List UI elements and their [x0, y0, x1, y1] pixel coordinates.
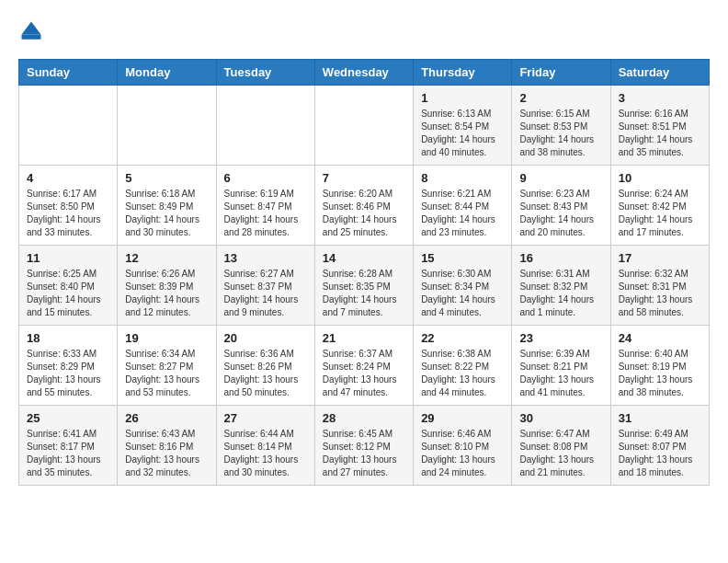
- day-number: 28: [323, 411, 405, 425]
- day-number: 12: [125, 251, 208, 265]
- day-number: 29: [421, 411, 504, 425]
- day-info: Sunrise: 6:31 AM Sunset: 8:32 PM Dayligh…: [519, 268, 602, 319]
- calendar-day-cell: 5Sunrise: 6:18 AM Sunset: 8:49 PM Daylig…: [118, 166, 216, 246]
- calendar-day-cell: 22Sunrise: 6:38 AM Sunset: 8:22 PM Dayli…: [414, 326, 512, 406]
- day-number: 3: [619, 91, 701, 105]
- day-number: 15: [421, 251, 504, 265]
- calendar-day-cell: [314, 86, 413, 166]
- calendar-day-cell: 27Sunrise: 6:44 AM Sunset: 8:14 PM Dayli…: [216, 406, 314, 486]
- calendar-day-cell: [118, 86, 216, 166]
- day-number: 27: [224, 411, 307, 425]
- day-info: Sunrise: 6:26 AM Sunset: 8:39 PM Dayligh…: [125, 268, 208, 319]
- day-info: Sunrise: 6:13 AM Sunset: 8:54 PM Dayligh…: [421, 108, 504, 159]
- calendar-day-cell: 18Sunrise: 6:33 AM Sunset: 8:29 PM Dayli…: [19, 326, 118, 406]
- day-number: 11: [27, 251, 109, 265]
- weekday-header: Sunday: [19, 60, 118, 86]
- day-info: Sunrise: 6:30 AM Sunset: 8:34 PM Dayligh…: [421, 268, 504, 319]
- day-info: Sunrise: 6:45 AM Sunset: 8:12 PM Dayligh…: [323, 428, 405, 479]
- day-number: 13: [224, 251, 307, 265]
- day-info: Sunrise: 6:24 AM Sunset: 8:42 PM Dayligh…: [619, 188, 701, 239]
- day-number: 18: [27, 331, 109, 345]
- calendar-week-row: 11Sunrise: 6:25 AM Sunset: 8:40 PM Dayli…: [19, 246, 710, 326]
- weekday-header: Friday: [512, 60, 610, 86]
- weekday-header: Monday: [118, 60, 216, 86]
- day-number: 16: [519, 251, 602, 265]
- day-info: Sunrise: 6:32 AM Sunset: 8:31 PM Dayligh…: [619, 268, 701, 319]
- day-info: Sunrise: 6:49 AM Sunset: 8:07 PM Dayligh…: [619, 428, 701, 479]
- day-number: 22: [421, 331, 504, 345]
- calendar-day-cell: 8Sunrise: 6:21 AM Sunset: 8:44 PM Daylig…: [414, 166, 512, 246]
- logo-icon: [18, 18, 44, 44]
- calendar-day-cell: 25Sunrise: 6:41 AM Sunset: 8:17 PM Dayli…: [19, 406, 118, 486]
- day-info: Sunrise: 6:17 AM Sunset: 8:50 PM Dayligh…: [27, 188, 109, 239]
- day-number: 20: [224, 331, 307, 345]
- day-info: Sunrise: 6:46 AM Sunset: 8:10 PM Dayligh…: [421, 428, 504, 479]
- svg-marker-0: [22, 22, 41, 35]
- day-info: Sunrise: 6:16 AM Sunset: 8:51 PM Dayligh…: [619, 108, 701, 159]
- calendar-day-cell: 20Sunrise: 6:36 AM Sunset: 8:26 PM Dayli…: [216, 326, 314, 406]
- day-number: 5: [125, 171, 208, 185]
- logo: [18, 18, 48, 44]
- calendar-day-cell: 2Sunrise: 6:15 AM Sunset: 8:53 PM Daylig…: [512, 86, 610, 166]
- day-info: Sunrise: 6:18 AM Sunset: 8:49 PM Dayligh…: [125, 188, 208, 239]
- calendar-day-cell: [216, 86, 314, 166]
- calendar-day-cell: 13Sunrise: 6:27 AM Sunset: 8:37 PM Dayli…: [216, 246, 314, 326]
- calendar-day-cell: 30Sunrise: 6:47 AM Sunset: 8:08 PM Dayli…: [512, 406, 610, 486]
- calendar-week-row: 4Sunrise: 6:17 AM Sunset: 8:50 PM Daylig…: [19, 166, 710, 246]
- weekday-header: Wednesday: [314, 60, 413, 86]
- calendar-day-cell: 28Sunrise: 6:45 AM Sunset: 8:12 PM Dayli…: [314, 406, 413, 486]
- day-info: Sunrise: 6:39 AM Sunset: 8:21 PM Dayligh…: [519, 348, 602, 399]
- day-number: 9: [519, 171, 602, 185]
- day-info: Sunrise: 6:21 AM Sunset: 8:44 PM Dayligh…: [421, 188, 504, 239]
- day-number: 30: [519, 411, 602, 425]
- calendar-day-cell: 21Sunrise: 6:37 AM Sunset: 8:24 PM Dayli…: [314, 326, 413, 406]
- calendar-day-cell: [19, 86, 118, 166]
- calendar-week-row: 1Sunrise: 6:13 AM Sunset: 8:54 PM Daylig…: [19, 86, 710, 166]
- day-number: 21: [323, 331, 405, 345]
- day-number: 24: [619, 331, 701, 345]
- day-info: Sunrise: 6:41 AM Sunset: 8:17 PM Dayligh…: [27, 428, 109, 479]
- day-number: 8: [421, 171, 504, 185]
- day-number: 31: [619, 411, 701, 425]
- svg-rect-1: [22, 35, 41, 40]
- day-info: Sunrise: 6:20 AM Sunset: 8:46 PM Dayligh…: [323, 188, 405, 239]
- day-number: 26: [125, 411, 208, 425]
- calendar-day-cell: 19Sunrise: 6:34 AM Sunset: 8:27 PM Dayli…: [118, 326, 216, 406]
- day-number: 7: [323, 171, 405, 185]
- day-info: Sunrise: 6:34 AM Sunset: 8:27 PM Dayligh…: [125, 348, 208, 399]
- calendar-day-cell: 1Sunrise: 6:13 AM Sunset: 8:54 PM Daylig…: [414, 86, 512, 166]
- day-info: Sunrise: 6:38 AM Sunset: 8:22 PM Dayligh…: [421, 348, 504, 399]
- day-info: Sunrise: 6:25 AM Sunset: 8:40 PM Dayligh…: [27, 268, 109, 319]
- day-number: 10: [619, 171, 701, 185]
- calendar-week-row: 18Sunrise: 6:33 AM Sunset: 8:29 PM Dayli…: [19, 326, 710, 406]
- day-number: 6: [224, 171, 307, 185]
- weekday-header: Saturday: [610, 60, 709, 86]
- day-info: Sunrise: 6:44 AM Sunset: 8:14 PM Dayligh…: [224, 428, 307, 479]
- calendar-table: SundayMondayTuesdayWednesdayThursdayFrid…: [18, 59, 710, 486]
- day-info: Sunrise: 6:36 AM Sunset: 8:26 PM Dayligh…: [224, 348, 307, 399]
- day-info: Sunrise: 6:33 AM Sunset: 8:29 PM Dayligh…: [27, 348, 109, 399]
- calendar-day-cell: 4Sunrise: 6:17 AM Sunset: 8:50 PM Daylig…: [19, 166, 118, 246]
- calendar-day-cell: 3Sunrise: 6:16 AM Sunset: 8:51 PM Daylig…: [610, 86, 709, 166]
- calendar-day-cell: 10Sunrise: 6:24 AM Sunset: 8:42 PM Dayli…: [610, 166, 709, 246]
- calendar-day-cell: 16Sunrise: 6:31 AM Sunset: 8:32 PM Dayli…: [512, 246, 610, 326]
- calendar-day-cell: 29Sunrise: 6:46 AM Sunset: 8:10 PM Dayli…: [414, 406, 512, 486]
- day-number: 23: [519, 331, 602, 345]
- calendar-day-cell: 14Sunrise: 6:28 AM Sunset: 8:35 PM Dayli…: [314, 246, 413, 326]
- calendar-day-cell: 11Sunrise: 6:25 AM Sunset: 8:40 PM Dayli…: [19, 246, 118, 326]
- day-info: Sunrise: 6:28 AM Sunset: 8:35 PM Dayligh…: [323, 268, 405, 319]
- calendar-day-cell: 24Sunrise: 6:40 AM Sunset: 8:19 PM Dayli…: [610, 326, 709, 406]
- day-info: Sunrise: 6:43 AM Sunset: 8:16 PM Dayligh…: [125, 428, 208, 479]
- calendar-day-cell: 9Sunrise: 6:23 AM Sunset: 8:43 PM Daylig…: [512, 166, 610, 246]
- day-info: Sunrise: 6:47 AM Sunset: 8:08 PM Dayligh…: [519, 428, 602, 479]
- calendar-header-row: SundayMondayTuesdayWednesdayThursdayFrid…: [19, 60, 710, 86]
- day-number: 19: [125, 331, 208, 345]
- calendar-day-cell: 15Sunrise: 6:30 AM Sunset: 8:34 PM Dayli…: [414, 246, 512, 326]
- day-number: 2: [519, 91, 602, 105]
- day-number: 14: [323, 251, 405, 265]
- day-number: 1: [421, 91, 504, 105]
- calendar-day-cell: 17Sunrise: 6:32 AM Sunset: 8:31 PM Dayli…: [610, 246, 709, 326]
- weekday-header: Tuesday: [216, 60, 314, 86]
- calendar-week-row: 25Sunrise: 6:41 AM Sunset: 8:17 PM Dayli…: [19, 406, 710, 486]
- day-info: Sunrise: 6:37 AM Sunset: 8:24 PM Dayligh…: [323, 348, 405, 399]
